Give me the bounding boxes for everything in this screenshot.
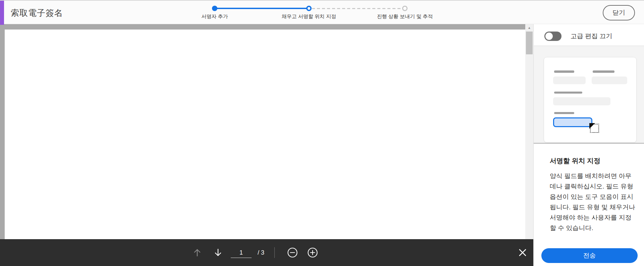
page-number-input[interactable] [231, 248, 252, 258]
side-panel: 고급 편집 끄기 서명할 위치 지정 양식 필드를 배치하려면 아무 데나 클릭… [533, 24, 644, 266]
advanced-editing-row: 고급 편집 끄기 [544, 32, 612, 41]
step-dot-place-fields [306, 6, 312, 11]
zoom-in-icon[interactable] [307, 247, 319, 259]
toolbar-close-icon[interactable] [517, 247, 529, 259]
step-label-place-fields: 채우고 서명할 위치 지정 [282, 13, 336, 20]
document-page[interactable] [5, 30, 525, 266]
place-field-cursor-icon [590, 124, 599, 133]
page-title: 索取電子簽名 [11, 7, 63, 18]
skeleton-field [592, 76, 627, 84]
page-toolbar: / 3 [0, 239, 533, 266]
skeleton-label [593, 70, 614, 73]
vertical-scrollbar[interactable]: ▲ [525, 24, 533, 239]
signature-field-highlight [553, 117, 592, 127]
zoom-out-icon[interactable] [286, 247, 299, 259]
step-label-add-signers: 서명자 추가 [201, 13, 228, 20]
request-esign-window: 索取電子簽名 서명자 추가 채우고 서명할 위치 지정 진행 상황 보내기 및 … [0, 0, 644, 266]
toggle-knob [545, 33, 553, 40]
preview-card [544, 57, 637, 143]
accent-bar [0, 1, 4, 25]
skeleton-field [553, 97, 610, 105]
previous-page-icon[interactable] [191, 247, 203, 259]
progress-stepper: 서명자 추가 채우고 서명할 위치 지정 진행 상황 보내기 및 추적 [188, 4, 456, 21]
next-page-icon[interactable] [212, 247, 224, 259]
toolbar-divider [274, 247, 275, 258]
scroll-up-icon[interactable]: ▲ [525, 25, 533, 31]
skeleton-label [554, 70, 574, 73]
skeleton-field [553, 76, 586, 84]
header: 索取電子簽名 서명자 추가 채우고 서명할 위치 지정 진행 상황 보내기 및 … [0, 0, 644, 24]
advanced-editing-toggle[interactable] [544, 32, 561, 41]
skeleton-label [554, 112, 574, 114]
panel-description: 양식 필드를 배치하려면 아무 데나 클릭하십시오. 필드 유형 옵션이 있는 … [550, 171, 638, 233]
close-button[interactable]: 닫기 [603, 5, 635, 20]
page-total-label: / 3 [258, 249, 264, 256]
skeleton-label [554, 92, 582, 94]
step-dot-send-track [402, 6, 408, 11]
step-dot-add-signers [212, 6, 217, 11]
scrollbar-thumb[interactable] [526, 32, 533, 54]
field-placement-preview [534, 46, 644, 144]
panel-heading: 서명할 위치 지정 [550, 156, 638, 165]
stepper-line-upcoming [312, 8, 402, 9]
toggle-label: 고급 편집 끄기 [571, 32, 612, 41]
document-viewer[interactable] [0, 24, 525, 266]
cursor-arrow-icon [589, 123, 595, 129]
step-label-send-track: 진행 상황 보내기 및 추적 [377, 13, 433, 20]
panel-instructions: 서명할 위치 지정 양식 필드를 배치하려면 아무 데나 클릭하십시오. 필드 … [550, 156, 638, 233]
stepper-line-complete [216, 8, 309, 9]
send-button[interactable]: 전송 [541, 248, 638, 263]
